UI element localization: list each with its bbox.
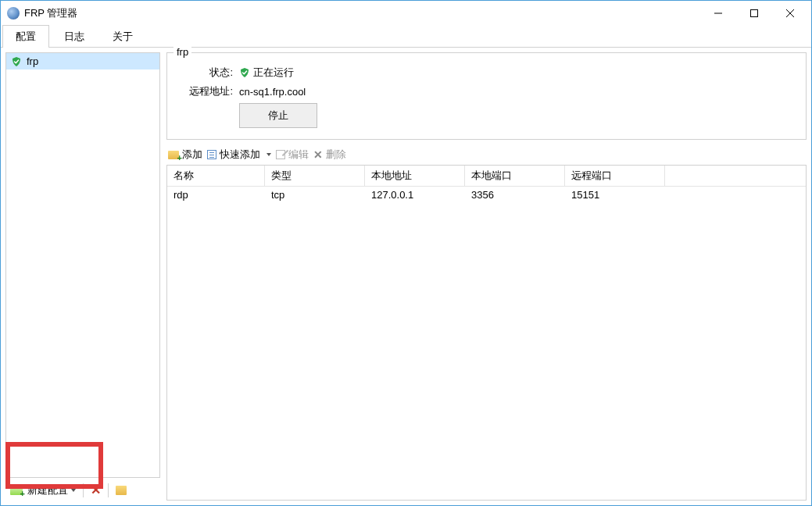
maximize-button[interactable] [736,1,772,26]
details-group: frp 状态: 正在运行 远程地址: cn-sq1.frp.cool 停止 [166,52,807,140]
new-config-label: 新建配置 [27,483,68,497]
edit-icon [276,150,285,159]
tab-log[interactable]: 日志 [51,25,98,48]
status-text: 正在运行 [253,66,294,80]
tab-bar: 配置 日志 关于 [1,26,811,48]
config-item-label: frp [27,55,38,67]
open-folder-button[interactable] [113,484,130,497]
config-list-item[interactable]: frp [6,53,159,69]
remote-label: 远程地址: [178,84,233,98]
minimize-button[interactable] [700,1,736,26]
new-config-icon [10,486,23,495]
quick-add-button[interactable]: 快速添加 [207,148,271,162]
tab-config[interactable]: 配置 [2,25,49,48]
titlebar: FRP 管理器 [1,1,811,26]
col-header-type[interactable]: 类型 [265,166,365,187]
list-icon [207,150,216,159]
add-button[interactable]: 添加 [168,148,202,162]
status-label: 状态: [178,66,233,80]
sidebar-toolbar: 新建配置 ✕ [5,478,160,501]
window-title: FRP 管理器 [24,6,77,20]
col-header-local-port[interactable]: 本地端口 [465,166,565,187]
config-list[interactable]: frp [5,52,160,478]
cell-name: rdp [167,187,265,203]
edit-label: 编辑 [288,148,309,162]
cell-local-addr: 127.0.0.1 [365,187,465,203]
delete-label: 删除 [326,148,346,162]
separator [108,483,109,497]
col-header-remote-port[interactable]: 远程端口 [565,166,665,187]
chevron-down-icon [266,153,271,156]
chevron-down-icon [71,489,76,492]
separator [83,483,84,497]
table-header: 名称 类型 本地地址 本地端口 远程端口 [167,166,806,187]
table-row[interactable]: rdp tcp 127.0.0.1 3356 15151 [167,187,806,203]
delete-config-button[interactable]: ✕ [88,481,104,499]
close-button[interactable] [772,1,808,26]
sidebar: frp 新建配置 ✕ [5,52,160,501]
x-icon: ✕ [91,483,101,497]
shield-check-icon [239,67,250,78]
stop-button[interactable]: 停止 [239,103,317,128]
main-panel: frp 状态: 正在运行 远程地址: cn-sq1.frp.cool 停止 添加 [166,52,807,501]
folder-icon [116,486,127,495]
tab-about[interactable]: 关于 [99,25,146,48]
cell-type: tcp [265,187,365,203]
shield-check-icon [11,56,22,67]
remote-value: cn-sq1.frp.cool [239,86,306,98]
cell-remote-port: 15151 [565,187,665,203]
cell-local-port: 3356 [465,187,565,203]
col-header-rest [665,166,806,187]
delete-button[interactable]: ✕ 删除 [313,148,346,162]
add-label: 添加 [182,148,202,162]
proxy-toolbar: 添加 快速添加 编辑 ✕ 删除 [166,140,807,165]
delete-icon: ✕ [313,148,323,161]
col-header-local-addr[interactable]: 本地地址 [365,166,465,187]
add-icon [168,151,179,159]
edit-button[interactable]: 编辑 [276,148,309,162]
proxy-table[interactable]: 名称 类型 本地地址 本地端口 远程端口 rdp tcp 127.0.0.1 3… [166,165,807,501]
details-legend: frp [173,46,191,58]
quick-add-label: 快速添加 [220,148,260,162]
app-icon [7,7,20,20]
new-config-button[interactable]: 新建配置 [7,482,79,499]
col-header-name[interactable]: 名称 [167,166,265,187]
svg-rect-1 [751,10,758,17]
